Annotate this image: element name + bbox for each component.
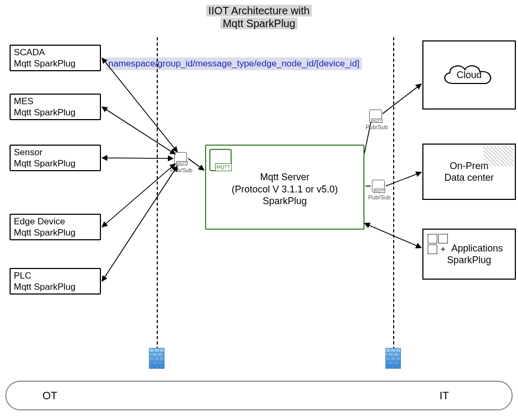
server-line-2: (Protocol V 3.1.1 or v5.0) [209, 183, 360, 196]
svg-line-34 [102, 58, 177, 152]
ot-it-band: OT IT [5, 381, 513, 410]
onprem-hatch-icon [483, 146, 513, 166]
node-mes: MES Mqtt SparkPlug [10, 94, 101, 120]
svg-line-41 [383, 84, 421, 114]
svg-line-36 [102, 158, 173, 158]
pubsub-label-right-mid: Pub/Sub [368, 194, 390, 200]
title-line-1: IIOT Architecture with [206, 5, 312, 16]
svg-line-43 [386, 172, 421, 186]
node-sensor-sub: Mqtt SparkPlug [14, 158, 75, 169]
it-label: IT [439, 390, 449, 402]
node-plc-title: PLC [14, 270, 31, 281]
node-sensor-title: Sensor [14, 147, 43, 158]
server-line-3: SparkPlug [209, 195, 360, 207]
node-scada-title: SCADA [14, 47, 45, 58]
svg-line-35 [102, 107, 175, 154]
ot-label: OT [43, 390, 57, 402]
svg-line-38 [102, 166, 177, 281]
mqtt-icon-left [174, 152, 187, 165]
firewall-icon-right [385, 348, 401, 369]
svg-line-37 [102, 164, 175, 227]
diagram-canvas: IIOT Architecture with Mqtt SparkPlug na… [0, 0, 518, 420]
node-edge-title: Edge Device [14, 216, 65, 227]
mqtt-icon-right-top [369, 110, 382, 122]
node-scada-sub: Mqtt SparkPlug [14, 58, 75, 69]
node-sensor: Sensor Mqtt SparkPlug [10, 145, 101, 171]
apps-line-1: Applications [451, 242, 503, 255]
cloud-label: Cloud [456, 70, 481, 81]
divider-ot [157, 37, 158, 350]
pubsub-label-right-top: Pub/Sub [366, 124, 388, 130]
firewall-icon-left [149, 348, 165, 369]
node-applications: + Applications SparkPlug [422, 229, 516, 280]
divider-it [393, 37, 394, 350]
apps-grid-icon: + [428, 234, 448, 254]
node-edge: Edge Device Mqtt SparkPlug [10, 214, 101, 240]
node-onprem: On-Prem Data center [422, 144, 516, 200]
node-edge-sub: Mqtt SparkPlug [14, 227, 75, 238]
title-line-2: Mqtt SparkPlug [220, 18, 298, 29]
mqtt-icon-right-mid [372, 180, 385, 192]
node-plc-sub: Mqtt SparkPlug [14, 281, 75, 292]
node-mes-sub: Mqtt SparkPlug [14, 107, 75, 118]
node-plc: PLC Mqtt SparkPlug [10, 268, 101, 295]
node-mqtt-server: Mqtt Server (Protocol V 3.1.1 or v5.0) S… [205, 145, 364, 230]
node-mes-title: MES [14, 96, 33, 107]
diagram-title: IIOT Architecture with Mqtt SparkPlug [0, 4, 518, 30]
pubsub-label-left: Pub/Sub [170, 167, 192, 173]
mqtt-icon-server [209, 149, 232, 171]
server-line-1: Mqtt Server [209, 171, 360, 183]
onprem-line-1: On-Prem [449, 160, 488, 172]
namespace-label: namespace/group_id/message_type/edge_nod… [106, 57, 362, 70]
onprem-line-2: Data center [444, 172, 494, 184]
node-scada: SCADA Mqtt SparkPlug [10, 45, 101, 71]
node-cloud: Cloud [422, 40, 516, 110]
apps-line-2: SparkPlug [447, 254, 491, 266]
